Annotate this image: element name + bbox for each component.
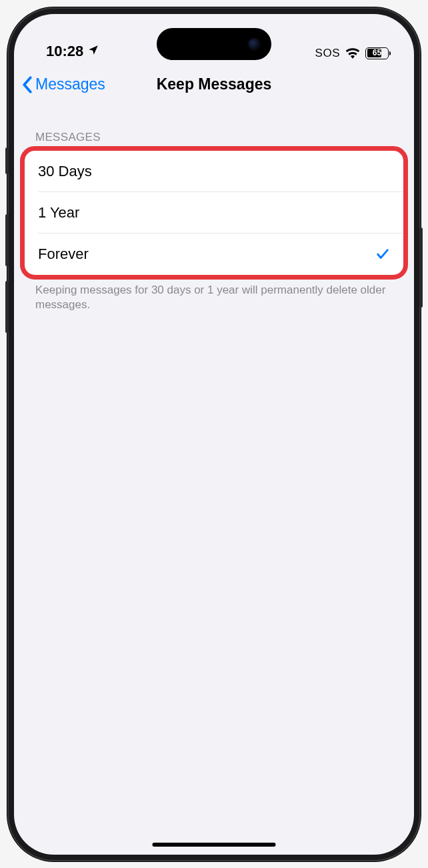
- volume-down-button: [5, 281, 9, 333]
- status-time: 10:28: [46, 43, 83, 60]
- status-left: 10:28: [46, 43, 99, 60]
- section-footer: Keeping messages for 30 days or 1 year w…: [14, 275, 414, 322]
- sos-indicator: SOS: [315, 47, 340, 60]
- options-list: 30 Days 1 Year Forever: [25, 151, 403, 275]
- home-indicator[interactable]: [153, 843, 276, 847]
- front-camera-icon: [249, 39, 259, 49]
- wifi-icon: [345, 48, 360, 59]
- silent-switch: [5, 147, 9, 174]
- power-button: [419, 228, 423, 308]
- phone-frame: 10:28 SOS 65: [7, 7, 421, 861]
- option-label: 1 Year: [38, 204, 79, 222]
- volume-up-button: [5, 214, 9, 266]
- battery-icon: 65: [365, 47, 389, 59]
- navigation-bar: Messages Keep Messages: [14, 64, 414, 105]
- chevron-left-icon: [22, 76, 33, 93]
- location-arrow-icon: [87, 43, 99, 60]
- battery-level: 65: [366, 48, 388, 58]
- content: MESSAGES 30 Days 1 Year Forever: [14, 105, 414, 322]
- screen: 10:28 SOS 65: [14, 14, 414, 855]
- back-button[interactable]: Messages: [22, 75, 105, 93]
- option-label: Forever: [38, 246, 89, 263]
- option-30-days[interactable]: 30 Days: [25, 151, 403, 192]
- option-forever[interactable]: Forever: [25, 234, 403, 275]
- option-1-year[interactable]: 1 Year: [25, 192, 403, 234]
- option-label: 30 Days: [38, 163, 92, 180]
- status-right: SOS 65: [315, 47, 389, 60]
- back-label: Messages: [35, 75, 105, 93]
- section-header: MESSAGES: [14, 105, 414, 151]
- checkmark-icon: [375, 247, 390, 262]
- dynamic-island: [157, 28, 271, 60]
